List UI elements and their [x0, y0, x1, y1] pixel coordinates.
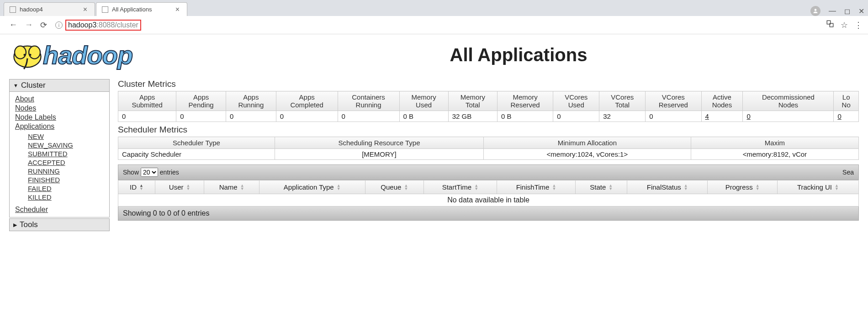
metrics-header: MemoryReserved: [497, 91, 553, 111]
metrics-header: MemoryUsed: [399, 91, 448, 111]
metrics-value: 0: [338, 111, 399, 122]
apps-column-header[interactable]: Tracking UI▲▼: [777, 180, 858, 194]
apps-column-header[interactable]: User▲▼: [155, 180, 204, 194]
svg-point-0: [815, 9, 817, 11]
metrics-value: [MEMORY]: [275, 149, 483, 160]
apps-column-header[interactable]: FinishTime▲▼: [497, 180, 576, 194]
sidebar-link-about[interactable]: About: [15, 95, 104, 104]
sort-icon: ▲▼: [835, 184, 839, 191]
sidebar-state-finished[interactable]: FINISHED: [28, 175, 104, 184]
site-info-icon[interactable]: i: [55, 21, 63, 29]
show-label: Show: [123, 169, 139, 176]
chevron-right-icon: ▶: [13, 222, 17, 228]
address-bar[interactable]: i hadoop3:8088/cluster: [55, 19, 821, 32]
sidebar-state-new[interactable]: NEW: [28, 132, 104, 141]
sort-icon: ▲▼: [756, 184, 760, 191]
tab-title: All Applications: [112, 6, 174, 13]
apps-column-header[interactable]: ID▲▼: [118, 180, 155, 194]
sort-icon: ▲▼: [552, 184, 556, 191]
sidebar-state-accepted[interactable]: ACCEPTED: [28, 158, 104, 167]
reload-button[interactable]: ⟳: [37, 20, 51, 30]
toolbar-right: ☆ ⋮: [826, 20, 863, 30]
metrics-value[interactable]: 0: [834, 111, 859, 122]
sidebar-state-submitted[interactable]: SUBMITTED: [28, 149, 104, 158]
window-controls: — ◻ ✕: [810, 6, 868, 16]
metrics-value: 0 B: [497, 111, 553, 122]
forward-button[interactable]: →: [21, 20, 37, 30]
apps-column-header[interactable]: StartTime▲▼: [424, 180, 497, 194]
metrics-value: 0: [276, 111, 338, 122]
browser-tab[interactable]: All Applications ×: [96, 2, 187, 16]
sidebar-state-failed[interactable]: FAILED: [28, 184, 104, 193]
browser-toolbar: ← → ⟳ i hadoop3:8088/cluster ☆ ⋮: [0, 16, 868, 34]
main-content: Cluster Metrics AppsSubmittedAppsPending…: [118, 79, 859, 231]
sidebar-state-new-saving[interactable]: NEW_SAVING: [28, 141, 104, 149]
apps-column-header[interactable]: State▲▼: [576, 180, 627, 194]
entries-label: entries: [160, 169, 179, 176]
sidebar-section-cluster[interactable]: ▼ Cluster: [9, 79, 110, 92]
metrics-value: 0: [646, 111, 701, 122]
metrics-value[interactable]: 0: [743, 111, 834, 122]
apps-column-header[interactable]: Application Type▲▼: [259, 180, 365, 194]
page-icon: [10, 6, 16, 13]
sort-icon: ▲▼: [139, 184, 143, 191]
translate-icon[interactable]: [826, 20, 834, 30]
sort-icon: ▲▼: [474, 184, 478, 191]
metrics-header: Scheduler Type: [118, 137, 275, 149]
metrics-value: 0: [553, 111, 599, 122]
chevron-down-icon: ▼: [13, 83, 18, 88]
url-host: hadoop3: [68, 21, 96, 29]
svg-point-7: [29, 54, 32, 56]
sort-icon: ▲▼: [404, 184, 408, 191]
sort-icon: ▲▼: [186, 184, 190, 191]
svg-point-4: [15, 46, 26, 59]
sidebar-state-killed[interactable]: KILLED: [28, 193, 104, 201]
no-data-row: No data available in table: [118, 194, 859, 207]
sidebar-cluster-body: About Nodes Node Labels Applications NEW…: [9, 92, 110, 217]
sort-icon: ▲▼: [684, 184, 688, 191]
cluster-metrics-table: AppsSubmittedAppsPendingAppsRunningAppsC…: [118, 91, 859, 122]
bookmark-icon[interactable]: ☆: [841, 20, 848, 30]
metrics-header: VCoresReserved: [646, 91, 701, 111]
sidebar: ▼ Cluster About Nodes Node Labels Applic…: [9, 79, 110, 231]
scheduler-metrics-table: Scheduler TypeScheduling Resource TypeMi…: [118, 137, 859, 160]
metrics-header: LoNo: [834, 91, 859, 111]
sidebar-link-applications[interactable]: Applications: [15, 122, 104, 131]
metrics-header: AppsSubmitted: [118, 91, 176, 111]
logo: hadoop: [9, 39, 178, 71]
close-window-icon[interactable]: ✕: [858, 7, 864, 16]
sidebar-link-scheduler[interactable]: Scheduler: [15, 205, 104, 214]
browser-tab[interactable]: hadoop4 ×: [4, 2, 95, 16]
metrics-header: VCoresTotal: [599, 91, 646, 111]
metrics-value: 0 B: [399, 111, 448, 122]
minimize-icon[interactable]: —: [829, 7, 836, 15]
apps-column-header[interactable]: Queue▲▼: [365, 180, 424, 194]
sort-icon: ▲▼: [609, 184, 613, 191]
page-title: All Applications: [178, 45, 859, 65]
tab-title: hadoop4: [20, 6, 81, 13]
app-state-links: NEW NEW_SAVING SUBMITTED ACCEPTED RUNNIN…: [15, 132, 104, 201]
back-button[interactable]: ←: [5, 20, 21, 30]
close-icon[interactable]: ×: [81, 5, 89, 14]
metrics-header: Scheduling Resource Type: [275, 137, 483, 149]
metrics-header: VCoresUsed: [553, 91, 599, 111]
apps-column-header[interactable]: Name▲▼: [204, 180, 259, 194]
logo-text: hadoop: [43, 40, 132, 70]
sidebar-link-node-labels[interactable]: Node Labels: [15, 113, 104, 122]
metrics-value[interactable]: 4: [701, 111, 743, 122]
metrics-value: 0: [176, 111, 226, 122]
sidebar-link-nodes[interactable]: Nodes: [15, 104, 104, 113]
length-select[interactable]: 20: [141, 168, 158, 177]
sidebar-state-running[interactable]: RUNNING: [28, 167, 104, 175]
url-path: :8088/cluster: [96, 21, 138, 29]
menu-icon[interactable]: ⋮: [854, 20, 863, 30]
close-icon[interactable]: ×: [174, 5, 181, 14]
sidebar-section-tools[interactable]: ▶ Tools: [9, 218, 110, 231]
metrics-value: 32 GB: [448, 111, 497, 122]
apps-column-header[interactable]: FinalStatus▲▼: [627, 180, 708, 194]
apps-column-header[interactable]: Progress▲▼: [708, 180, 777, 194]
maximize-icon[interactable]: ◻: [844, 7, 850, 16]
page-content: hadoop All Applications ▼ Cluster About …: [0, 34, 868, 236]
tab-strip: hadoop4 × All Applications × — ◻ ✕: [0, 0, 868, 16]
user-icon[interactable]: [810, 6, 820, 16]
